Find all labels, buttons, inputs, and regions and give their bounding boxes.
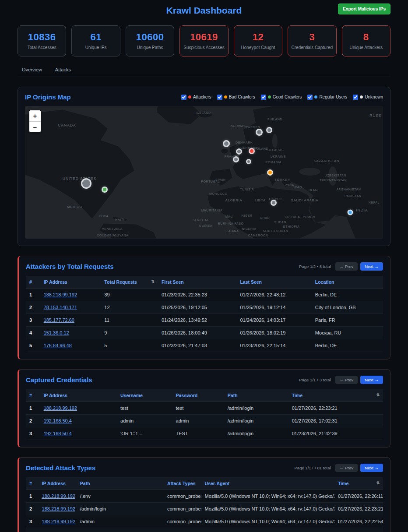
cell-ip: 78.153.140.171 (40, 301, 101, 314)
map-marker-bad-crawler[interactable] (267, 169, 273, 176)
cell-ip: 185.177.72.60 (40, 314, 101, 327)
ip-link[interactable]: 192.168.50.4 (44, 418, 72, 423)
table-row: 2192.168.50.4adminadmin/admin/login01/27… (26, 415, 383, 427)
ip-link[interactable]: 188.218.99.192 (44, 292, 77, 297)
map-marker-unknown[interactable] (233, 156, 239, 162)
legend-item-regular-users[interactable]: Regular Users (307, 95, 347, 100)
ip-link[interactable]: 78.153.140.171 (44, 305, 77, 310)
map-marker-unknown[interactable] (81, 178, 91, 189)
legend-item-unknown[interactable]: Unknown (353, 95, 383, 100)
next-button[interactable]: Next → (360, 376, 383, 384)
cell-time: 01/27/2026, 19:38:59 (334, 528, 383, 532)
ip-link[interactable]: 151.36.0.12 (44, 330, 69, 335)
legend-item-attackers[interactable]: Attackers (181, 95, 211, 100)
column-header-password: Password (172, 389, 224, 402)
world-map-svg (25, 106, 383, 239)
legend-item-bad-crawlers[interactable]: Bad Crawlers (217, 95, 255, 100)
column-header-time[interactable]: Time⇅ (334, 477, 383, 490)
cell-location: Москва, RU (312, 327, 383, 339)
tab-attacks[interactable]: Attacks (55, 67, 71, 72)
zoom-out-button[interactable]: − (29, 121, 41, 132)
next-button[interactable]: Next → (360, 464, 383, 472)
cell-last-seen: 01/24/2026, 14:03:17 (236, 314, 311, 327)
sort-icon[interactable]: ⇅ (376, 481, 380, 485)
attackers-panel-title: Attackers by Total Requests (26, 263, 114, 270)
table-row: 3185.177.72.601101/24/2026, 13:49:5201/2… (26, 314, 383, 327)
pager-info: Page 1/17 • 81 total (295, 465, 331, 470)
map-marker-good-crawler[interactable] (102, 187, 108, 193)
legend-checkbox-regular-users[interactable] (307, 95, 313, 100)
cell-num: 5 (26, 339, 40, 352)
ip-link[interactable]: 185.177.72.60 (44, 317, 74, 323)
next-button[interactable]: Next → (360, 262, 383, 271)
map-marker-unknown[interactable] (256, 129, 263, 136)
ip-link[interactable]: 188.218.99.192 (42, 506, 75, 511)
world-map[interactable]: + − CANADARUSSICELANDNORWAYSWEDENFINLAND… (25, 106, 383, 239)
stat-label: Total Accesses (20, 45, 64, 50)
cell-total-requests: 12 (101, 301, 158, 314)
column-header-path: Path (224, 389, 288, 402)
stat-value: 10600 (128, 32, 172, 43)
stat-label: Unique IPs (74, 45, 118, 50)
map-marker-regular-user[interactable] (347, 210, 353, 215)
cell-total-requests: 39 (101, 289, 158, 301)
map-marker-unknown[interactable] (223, 140, 230, 147)
map-zoom-control: + − (29, 110, 41, 132)
ip-link[interactable]: 188.218.99.192 (44, 405, 77, 411)
tabs: Overview Attacks (18, 67, 390, 77)
cell-last-seen: 01/23/2026, 22:15:14 (236, 339, 311, 352)
legend-item-good-crawlers[interactable]: Good Crawlers (261, 95, 302, 100)
cell-time: 01/27/2026, 22:26:11 (334, 490, 383, 503)
column-header-num: # (26, 477, 39, 490)
prev-button[interactable]: ← Prev (335, 262, 358, 271)
tab-overview[interactable]: Overview (22, 67, 42, 72)
cell-ip: 188.218.99.192 (39, 490, 77, 503)
column-header-time[interactable]: Time⇅ (288, 389, 383, 402)
column-header-total-requests[interactable]: Total Requests⇅ (101, 276, 158, 289)
table-row: 4104.23.223.128/wp-admin/setup-config.ph… (26, 528, 383, 532)
table-row: 1188.218.99.192testtest/admin/login01/27… (26, 402, 383, 415)
cell-ip: 188.218.99.192 (39, 515, 77, 528)
prev-button[interactable]: ← Prev (335, 376, 358, 384)
legend-checkbox-attackers[interactable] (181, 95, 186, 100)
export-malicious-ips-button[interactable]: Export Malicious IPs (338, 4, 390, 14)
caspian-sea (328, 166, 337, 186)
table-row: 4151.36.0.12901/26/2026, 18:00:4901/26/2… (26, 327, 383, 339)
map-marker-unknown[interactable] (271, 200, 277, 206)
legend-checkbox-good-crawlers[interactable] (261, 95, 266, 100)
landmass-iceland (198, 112, 212, 118)
legend-checkbox-bad-crawlers[interactable] (217, 95, 222, 100)
attackers-panel: Attackers by Total Requests Page 1/2 • 8… (18, 256, 390, 359)
map-marker-unknown[interactable] (266, 127, 272, 133)
sort-icon[interactable]: ⇅ (376, 393, 380, 397)
cell-num: 2 (26, 301, 40, 314)
cell-username: admin (117, 415, 172, 427)
stats-row: 10836Total Accesses61Unique IPs10600Uniq… (18, 25, 390, 56)
cell-path: /admin/login (77, 503, 164, 515)
stat-card-unique-paths: 10600Unique Paths (126, 25, 174, 56)
table-row: 1188.218.99.1923901/23/2026, 22:35:2301/… (26, 289, 383, 301)
ip-link[interactable]: 188.218.99.192 (42, 493, 75, 499)
sort-icon[interactable]: ⇅ (151, 279, 155, 284)
map-legend: AttackersBad CrawlersGood CrawlersRegula… (181, 95, 383, 100)
map-marker-attacker[interactable] (249, 148, 255, 154)
map-marker-unknown[interactable] (246, 159, 251, 164)
cell-attack-types: common_probes (164, 503, 201, 515)
legend-label: Regular Users (319, 95, 347, 99)
ip-link[interactable]: 176.84.96.48 (44, 343, 72, 348)
map-marker-unknown[interactable] (236, 148, 242, 155)
attacks-panel-title: Detected Attack Types (26, 464, 95, 472)
prev-button[interactable]: ← Prev (335, 464, 358, 472)
zoom-in-button[interactable]: + (29, 110, 41, 121)
stat-label: Unique Attackers (344, 45, 388, 50)
column-header-user-agent: User-Agent (201, 477, 334, 490)
legend-dot-icon (188, 95, 191, 99)
legend-checkbox-unknown[interactable] (353, 95, 358, 100)
cell-total-requests: 5 (101, 339, 158, 352)
cell-user-agent: Mozilla/5.0 (Windows NT 10.0; Win64; x64… (201, 528, 334, 532)
ip-link[interactable]: 192.168.50.4 (44, 431, 72, 436)
black-sea (299, 168, 320, 176)
ip-link[interactable]: 188.218.99.192 (42, 519, 75, 524)
cell-first-seen: 01/24/2026, 13:49:52 (158, 314, 237, 327)
column-header-num: # (26, 389, 40, 402)
